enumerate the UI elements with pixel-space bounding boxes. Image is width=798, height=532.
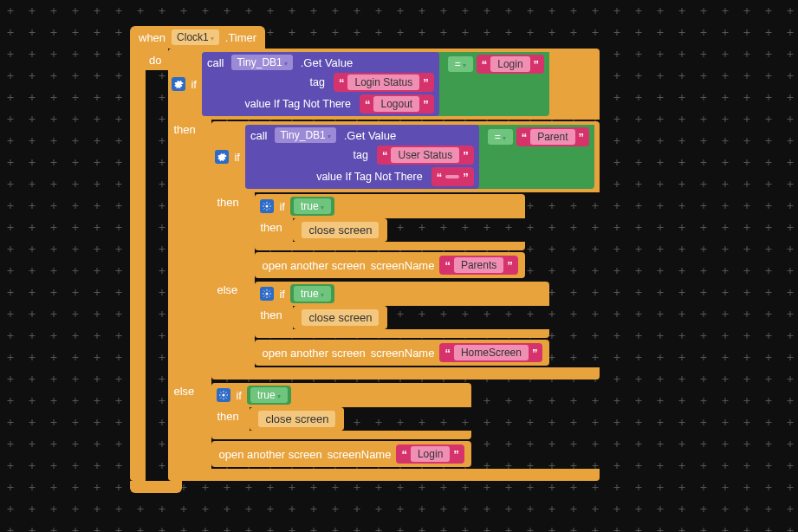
bool-true[interactable]: true▾ — [290, 284, 334, 303]
open-screen-home[interactable]: open another screen screenName “HomeScre… — [255, 340, 549, 366]
call-getvalue-1[interactable]: call Tiny_DB1▾ .Get Value tag “Login Sta… — [202, 52, 439, 116]
do-keyword: do — [149, 54, 161, 67]
svg-point-2 — [266, 205, 269, 208]
svg-point-4 — [223, 394, 225, 397]
component-dropdown[interactable]: Tiny_DB1▾ — [275, 127, 335, 143]
open-screen-parents[interactable]: open another screen screenName “Parents” — [255, 252, 524, 278]
gear-icon[interactable] — [217, 388, 230, 402]
component-dropdown[interactable]: Clock1▾ — [172, 29, 219, 45]
gear-icon[interactable] — [172, 77, 185, 91]
close-screen-block[interactable]: close screen — [293, 218, 387, 242]
gear-icon[interactable] — [260, 199, 274, 213]
if-block-outer[interactable]: if call Tiny_DB1▾ .Get Value — [168, 49, 600, 481]
gear-icon[interactable] — [215, 150, 229, 164]
if-true-3[interactable]: if true▾ then close screen — [211, 383, 470, 439]
close-screen-block[interactable]: close screen — [250, 407, 344, 431]
event-when-block[interactable]: when Clock1▾ .Timer — [130, 26, 265, 49]
operator-dropdown[interactable]: =▾ — [488, 129, 513, 145]
string-logout[interactable]: “Logout” — [360, 94, 434, 114]
string-login-screen[interactable]: “Login” — [396, 444, 464, 464]
when-keyword: when — [139, 31, 165, 44]
equals-block-2[interactable]: call Tiny_DB1▾ .Get Value tag “ — [245, 125, 594, 189]
string-user-status[interactable]: “User Status” — [377, 146, 474, 165]
string-home-screen[interactable]: “HomeScreen” — [439, 343, 542, 362]
if-true-2[interactable]: if true▾ then close screen — [255, 282, 549, 338]
string-empty[interactable]: “” — [431, 167, 474, 186]
string-parents-screen[interactable]: “Parents” — [439, 256, 517, 275]
string-login-status[interactable]: “Login Status” — [334, 73, 434, 92]
bool-true[interactable]: true▾ — [247, 386, 291, 405]
component-dropdown[interactable]: Tiny_DB1▾ — [231, 55, 292, 70]
if-block-inner[interactable]: if call Tiny_DB1▾ .Get Value — [211, 121, 600, 380]
event-name: .Timer — [225, 31, 256, 44]
blocks-workspace[interactable]: when Clock1▾ .Timer do if — [130, 26, 600, 493]
string-login[interactable]: “Login” — [477, 55, 544, 74]
operator-dropdown[interactable]: =▾ — [448, 56, 473, 72]
call-getvalue-2[interactable]: call Tiny_DB1▾ .Get Value tag “ — [245, 125, 479, 189]
bool-true[interactable]: true▾ — [290, 197, 334, 216]
string-parent[interactable]: “Parent” — [516, 127, 589, 146]
svg-point-3 — [266, 293, 269, 295]
gear-icon[interactable] — [260, 287, 274, 301]
equals-block-1[interactable]: call Tiny_DB1▾ .Get Value tag “Login Sta… — [202, 52, 549, 116]
if-true-1[interactable]: if true▾ then close screen — [255, 194, 524, 250]
close-screen-block[interactable]: close screen — [293, 306, 387, 329]
if-keyword: if — [191, 78, 197, 91]
open-screen-login[interactable]: open another screen screenName “Login” — [211, 441, 470, 467]
